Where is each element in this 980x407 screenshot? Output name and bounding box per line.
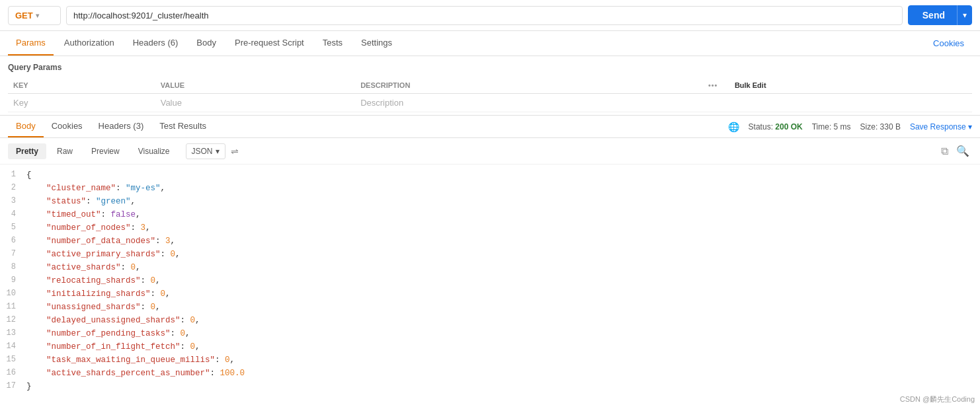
json-brace: { [26,170,32,180]
json-key: "timed_out" [26,210,101,219]
json-key: "number_of_pending_tasks" [26,329,171,338]
send-chevron-button[interactable]: ▾ [957,5,972,25]
line-content: "active_shards_percent_as_number": 100.0 [26,367,245,380]
json-key: "cluster_name" [26,184,116,193]
line-number: 1 [5,168,26,181]
json-punctuation: , [136,210,141,219]
json-punctuation: , [175,250,181,259]
json-key: "active_shards_percent_as_number" [26,369,210,378]
json-punctuation: : [101,210,111,219]
more-options-icon[interactable]: ••• [708,81,718,89]
send-group: Send ▾ [908,5,972,25]
json-punctuation: : [171,329,181,338]
json-punctuation: , [131,197,136,206]
line-content: "number_of_pending_tasks": 0, [26,327,190,340]
line-number: 15 [5,353,26,366]
line-number: 7 [5,248,26,260]
method-select[interactable]: GET ▾ [8,6,61,25]
globe-icon: 🌐 [728,122,739,132]
line-number: 5 [5,221,26,234]
json-key: "active_shards" [26,263,121,272]
status-value: 200 OK [775,122,802,131]
format-chevron: ▾ [216,147,220,156]
search-icon[interactable]: 🔍 [954,142,972,160]
response-tabs-bar: Body Cookies Headers (3) Test Results 🌐 … [0,116,980,138]
table-row: Key Value Description [8,94,972,112]
col-value: VALUE [155,77,355,94]
json-string: "my-es" [126,184,161,193]
json-punctuation: : [151,289,161,299]
tab-body[interactable]: Body [188,31,224,56]
send-button[interactable]: Send [908,5,960,25]
json-punctuation: : [141,303,151,312]
save-response-button[interactable]: Save Response ▾ [910,122,972,131]
line-content: } [26,380,32,393]
method-chevron: ▾ [36,12,39,19]
tab-tests[interactable]: Tests [315,31,350,56]
line-number: 6 [5,235,26,247]
tab-params[interactable]: Params [8,31,54,56]
json-punctuation: , [165,289,171,299]
json-key: "relocating_shards" [26,276,141,285]
json-line: 17} [0,380,980,393]
json-line: 6 "number_of_data_nodes": 3, [0,235,980,248]
code-tab-raw[interactable]: Raw [49,143,81,159]
json-key: "delayed_unassigned_shards" [26,316,181,325]
resp-tab-body[interactable]: Body [8,116,44,137]
params-title: Query Params [8,63,972,72]
json-number: 0 [171,250,176,259]
json-line: 5 "number_of_nodes": 3, [0,221,980,235]
json-number: 0 [151,276,156,285]
tab-headers[interactable]: Headers (6) [125,31,186,56]
tab-authorization[interactable]: Authorization [56,31,122,56]
json-brace: } [26,382,32,391]
json-line: 10 "initializing_shards": 0, [0,287,980,301]
response-area: Body Cookies Headers (3) Test Results 🌐 … [0,115,980,397]
params-table: KEY VALUE DESCRIPTION ••• Bulk Edit Key … [8,77,972,112]
json-line: 7 "active_primary_shards": 0, [0,248,980,261]
json-line: 11 "unassigned_shards": 0, [0,301,980,314]
value-cell[interactable]: Value [155,94,355,112]
copy-icon[interactable]: ⧉ [938,143,951,160]
json-key: "number_of_nodes" [26,223,131,233]
time-value: 5 ms [834,122,851,131]
watermark: CSDN @麟先生Coding [900,394,975,397]
json-punctuation: , [230,355,235,365]
json-punctuation: , [155,303,161,312]
filter-icon[interactable]: ⇌ [231,146,239,157]
tab-prerequest[interactable]: Pre-request Script [227,31,312,56]
description-cell[interactable]: Description [355,94,703,112]
resp-tab-headers[interactable]: Headers (3) [91,116,152,137]
json-key: "unassigned_shards" [26,303,141,312]
code-tab-preview[interactable]: Preview [83,143,128,159]
line-content: "relocating_shards": 0, [26,274,161,287]
line-number: 13 [5,327,26,340]
key-cell[interactable]: Key [8,94,155,112]
line-number: 9 [5,274,26,287]
resp-tab-test-results[interactable]: Test Results [151,116,214,137]
code-toolbar: Pretty Raw Preview Visualize JSON ▾ ⇌ ⧉ … [0,138,980,165]
json-line: 2 "cluster_name": "my-es", [0,182,980,195]
json-view: 1{2 "cluster_name": "my-es",3 "status": … [0,165,980,397]
code-tab-visualize[interactable]: Visualize [130,143,178,159]
col-bulk-edit[interactable]: Bulk Edit [729,77,972,94]
json-punctuation: : [86,197,96,206]
json-punctuation: , [161,184,166,193]
col-description: DESCRIPTION [355,77,703,94]
json-punctuation: : [155,237,165,246]
time-label: Time: 5 ms [812,122,851,131]
json-punctuation: , [185,329,190,338]
json-line: 13 "number_of_pending_tasks": 0, [0,327,980,340]
tab-settings[interactable]: Settings [353,31,400,56]
json-line: 16 "active_shards_percent_as_number": 10… [0,367,980,380]
code-tab-pretty[interactable]: Pretty [8,143,46,159]
json-punctuation: , [171,237,176,246]
url-input[interactable] [66,6,903,25]
resp-tab-cookies[interactable]: Cookies [44,116,91,137]
json-line: 8 "active_shards": 0, [0,261,980,274]
format-select[interactable]: JSON ▾ [186,143,225,159]
json-boolean: false [111,210,136,219]
params-section: Query Params KEY VALUE DESCRIPTION ••• B… [0,56,980,112]
cookies-link[interactable]: Cookies [925,32,972,55]
line-content: "initializing_shards": 0, [26,287,171,301]
